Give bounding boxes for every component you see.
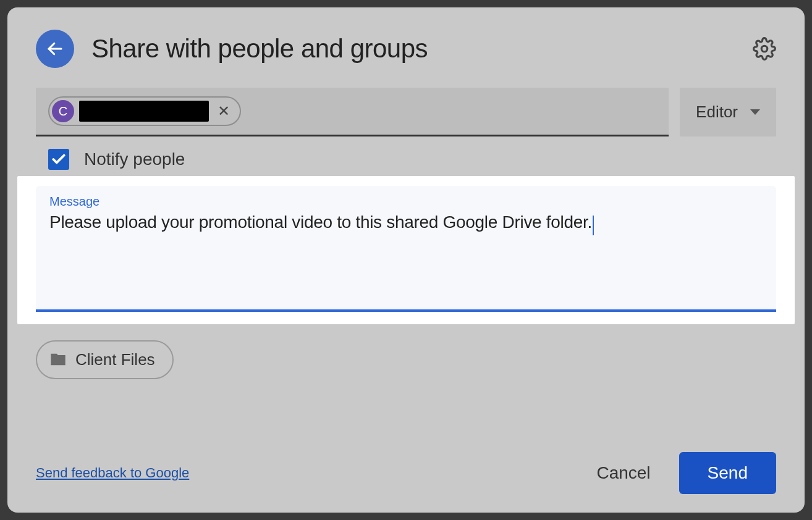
notify-checkbox[interactable] (48, 149, 69, 170)
text-cursor (593, 216, 594, 235)
message-field-label: Message (49, 195, 763, 209)
svg-point-1 (761, 46, 768, 52)
message-text: Please upload your promotional video to … (49, 212, 592, 232)
dialog-title: Share with people and groups (91, 34, 735, 64)
dialog-footer: Send feedback to Google Cancel Send (36, 434, 776, 494)
role-dropdown[interactable]: Editor (680, 88, 776, 136)
recipient-row: C ✕ Editor (36, 88, 776, 136)
send-button[interactable]: Send (679, 452, 776, 494)
check-icon (51, 151, 67, 167)
notify-row: Notify people (36, 149, 776, 170)
message-input[interactable]: Message Please upload your promotional v… (36, 186, 776, 312)
send-feedback-link[interactable]: Send feedback to Google (36, 465, 189, 481)
role-selected-label: Editor (696, 103, 738, 122)
people-input[interactable]: C ✕ (36, 88, 669, 136)
avatar: C (52, 100, 74, 122)
attached-file-chip[interactable]: Client Files (36, 340, 174, 379)
recipient-chip[interactable]: C ✕ (48, 96, 241, 126)
attached-file-name: Client Files (75, 350, 155, 369)
chevron-down-icon (750, 109, 760, 115)
remove-recipient-icon[interactable]: ✕ (214, 104, 234, 119)
dialog-header: Share with people and groups (36, 30, 776, 68)
folder-icon (49, 351, 67, 368)
arrow-left-icon (46, 40, 64, 58)
share-dialog: Share with people and groups C ✕ Editor … (7, 7, 805, 513)
cancel-button[interactable]: Cancel (578, 455, 669, 492)
back-button[interactable] (36, 30, 74, 68)
message-section: Message Please upload your promotional v… (17, 176, 795, 324)
settings-icon[interactable] (753, 37, 776, 61)
notify-label: Notify people (84, 149, 185, 169)
recipient-name-redacted (79, 101, 209, 122)
